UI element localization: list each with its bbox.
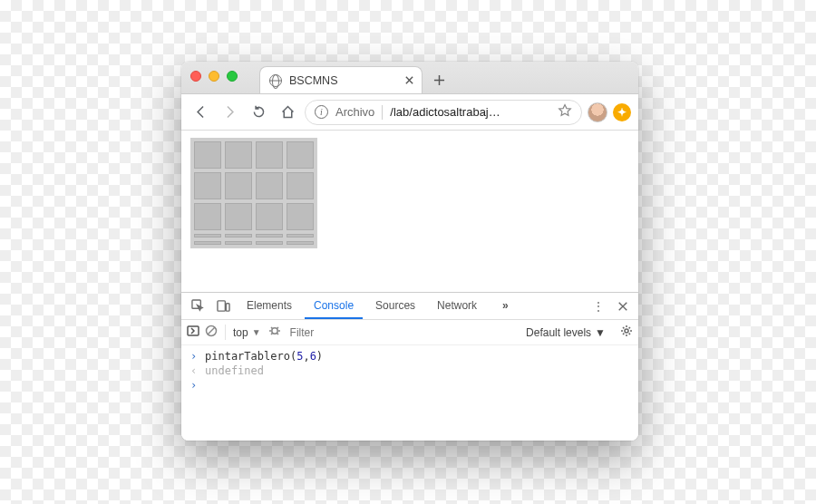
- log-levels-label: Default levels: [526, 326, 591, 339]
- extension-badge-glyph: ✦: [617, 106, 627, 119]
- console-settings-icon[interactable]: [620, 325, 633, 340]
- board-cell: [194, 203, 221, 230]
- devtools-menu-icon[interactable]: ⋮: [589, 299, 607, 314]
- site-info-icon[interactable]: i: [315, 105, 328, 119]
- tab-network[interactable]: Network: [428, 293, 486, 319]
- context-selector-label: top: [233, 326, 248, 339]
- tab-title: BSCMNS: [289, 74, 397, 87]
- browser-window: BSCMNS i Archivo /lab/adictosaltrabaj…: [181, 62, 638, 441]
- game-board: [190, 138, 317, 248]
- board-cell: [225, 234, 252, 237]
- board-cell: [256, 141, 283, 169]
- window-maximize-button[interactable]: [227, 71, 238, 82]
- console-toolbar: top ▼ Default levels ▼: [181, 320, 638, 345]
- profile-avatar[interactable]: [588, 102, 607, 122]
- board-cell: [287, 141, 314, 169]
- devtools-tabbar: Elements Console Sources Network » ⋮: [181, 293, 638, 320]
- back-button[interactable]: [189, 101, 212, 124]
- log-levels-selector[interactable]: Default levels ▼: [526, 326, 606, 339]
- board-cell: [225, 241, 252, 245]
- tab-elements[interactable]: Elements: [238, 293, 301, 319]
- globe-icon: [269, 74, 282, 87]
- address-bar[interactable]: i Archivo /lab/adictosaltrabaj…: [305, 100, 582, 125]
- live-expression-icon[interactable]: [268, 325, 281, 340]
- console-output-text: undefined: [205, 364, 264, 377]
- svg-rect-2: [226, 304, 229, 311]
- board-cell: [287, 172, 314, 199]
- board-cell: [194, 141, 221, 169]
- address-scheme: Archivo: [335, 105, 374, 119]
- reload-button[interactable]: [247, 101, 270, 124]
- board-cell: [194, 234, 221, 237]
- board-cell: [256, 234, 283, 237]
- board-cell: [256, 172, 283, 199]
- page-viewport: [181, 131, 638, 292]
- board-cell: [256, 203, 283, 230]
- window-close-button[interactable]: [190, 71, 201, 82]
- console-output[interactable]: › pintarTablero(5,6) ‹ undefined ›: [181, 345, 638, 441]
- board-cell: [194, 172, 221, 199]
- board-cell: [225, 203, 252, 230]
- svg-point-5: [271, 328, 277, 334]
- console-sidebar-toggle-icon[interactable]: [187, 325, 199, 340]
- prompt-chevron-icon: ›: [190, 379, 199, 392]
- forward-button[interactable]: [218, 101, 241, 124]
- console-line-input: › pintarTablero(5,6): [181, 349, 638, 363]
- board-cell: [225, 141, 252, 169]
- output-chevron-icon: ‹: [190, 364, 199, 377]
- board-cell: [287, 234, 314, 237]
- toolbar: i Archivo /lab/adictosaltrabaj… ✦: [181, 94, 638, 131]
- console-filter-input[interactable]: [288, 325, 352, 340]
- window-minimize-button[interactable]: [209, 71, 219, 82]
- svg-point-6: [625, 329, 628, 333]
- console-line-output: ‹ undefined: [181, 363, 638, 378]
- board-cell: [287, 203, 314, 230]
- board-cell: [287, 241, 314, 245]
- tab-sources[interactable]: Sources: [366, 293, 424, 319]
- bookmark-star-icon[interactable]: [558, 103, 572, 121]
- board-cell: [225, 172, 252, 199]
- device-toolbar-icon[interactable]: [212, 296, 234, 317]
- chevron-down-icon: ▼: [595, 326, 606, 339]
- devtools-panel: Elements Console Sources Network » ⋮: [181, 292, 638, 441]
- console-prompt[interactable]: ›: [181, 378, 638, 393]
- context-selector[interactable]: top ▼: [233, 326, 261, 339]
- svg-rect-1: [217, 301, 224, 311]
- extension-badge[interactable]: ✦: [613, 103, 631, 121]
- board-cell: [194, 241, 221, 245]
- browser-tab[interactable]: BSCMNS: [259, 66, 423, 93]
- devtools-close-button[interactable]: [613, 296, 633, 316]
- chevron-down-icon: ▼: [252, 327, 261, 337]
- tab-close-button[interactable]: [404, 75, 414, 85]
- home-button[interactable]: [276, 101, 299, 124]
- new-tab-button[interactable]: [426, 67, 452, 92]
- address-path: /lab/adictosaltrabaj…: [390, 105, 550, 119]
- tab-console[interactable]: Console: [305, 293, 363, 319]
- tabs-overflow-button[interactable]: »: [493, 293, 518, 319]
- address-separator: [382, 105, 383, 120]
- window-controls: [190, 71, 238, 82]
- clear-console-icon[interactable]: [205, 325, 218, 340]
- input-chevron-icon: ›: [190, 350, 199, 363]
- board-cell: [256, 241, 283, 245]
- inspect-element-icon[interactable]: [187, 296, 209, 317]
- titlebar: BSCMNS: [181, 62, 638, 94]
- console-input-text: pintarTablero(5,6): [205, 350, 323, 363]
